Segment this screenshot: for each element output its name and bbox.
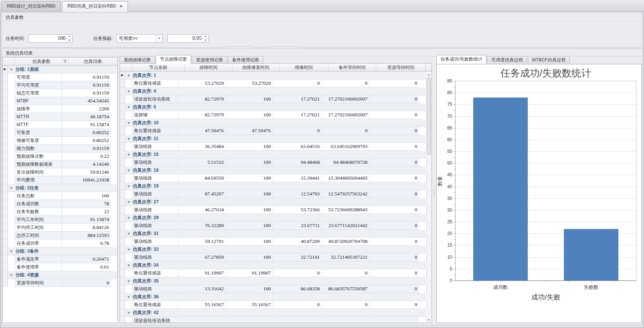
table-row[interactable]: 稳态可用度0.91159 (3, 89, 117, 97)
column-header[interactable]: 仿真参数 (15, 58, 68, 66)
table-row[interactable]: 驱动线路59.1279110040.8720940.87209207047080 (120, 238, 427, 246)
task-metric-dropdown[interactable]: 可用度>= ▼ (117, 34, 163, 43)
column-header[interactable]: 故障时间 (185, 64, 232, 72)
table-row[interactable]: 驱动线路46.2763410053.7236653.72366002889430 (120, 206, 427, 214)
group-row[interactable]: ▶▾仿真次序: 1 (120, 72, 427, 79)
table-row[interactable]: 角位置传感器55.1656755.16567000 (120, 301, 427, 309)
table-row[interactable]: 驱动线路67.2785910032.7214132.7214053072210 (120, 253, 427, 261)
scroll-up-icon[interactable]: ▲ (427, 72, 431, 77)
scroll-down-icon[interactable]: ▼ (427, 317, 431, 322)
table-row[interactable]: 平均停工时间8.84126 (3, 224, 117, 232)
filter-icon[interactable] (63, 59, 67, 63)
group-row[interactable]: ▾仿真次序: 42 (120, 309, 427, 317)
collapse-icon[interactable]: ▾ (125, 87, 132, 95)
column-header[interactable]: 维修时间 (279, 64, 328, 72)
spin-up-icon[interactable]: ▲ (67, 35, 72, 38)
column-header[interactable]: 资源等待时间 (376, 64, 426, 72)
table-row[interactable]: 可用度0.91159 (3, 73, 117, 81)
column-header[interactable]: 故障修复时间 (232, 64, 279, 72)
vertical-scrollbar[interactable]: ▲ ▼ (426, 72, 431, 322)
collapse-icon[interactable]: ▾ (8, 184, 15, 192)
task-time-spinner[interactable]: ▲▼ (28, 34, 73, 43)
panel-splitter[interactable] (433, 56, 436, 323)
table-row[interactable]: MTTR40.18754 (3, 113, 117, 121)
table-row[interactable]: 任务失败数22 (3, 208, 117, 216)
table-row[interactable]: 驱动线路5.5153210094.4846894.484680707280 (120, 159, 427, 166)
chevron-down-icon[interactable]: ▼ (156, 35, 162, 42)
table-row[interactable]: 平均可用度0.91159 (3, 81, 117, 89)
chart-tab[interactable]: 任务成功/失败数统计 (436, 55, 486, 64)
group-row[interactable]: ▾仿真次序: 10 (120, 119, 427, 127)
group-row[interactable]: ▾仿真次序: 35 (120, 277, 427, 285)
collapse-icon[interactable]: ▾ (125, 246, 132, 253)
table-row[interactable]: 预期故障次数0.22 (3, 153, 117, 160)
column-header[interactable]: 备件等待时间 (328, 64, 376, 72)
collapse-icon[interactable]: ▾ (125, 72, 132, 79)
collapse-icon[interactable]: ▾ (8, 247, 15, 255)
collapse-icon[interactable]: ▾ (125, 135, 132, 143)
metric-threshold-spinner[interactable]: ▲▼ (167, 34, 209, 43)
spin-up-icon[interactable]: ▲ (203, 35, 208, 38)
record-tab[interactable]: 资源使用记录 (192, 56, 227, 64)
table-row[interactable]: 任务总数100 (3, 192, 117, 200)
group-row[interactable]: ▾仿真次序: 11 (120, 135, 427, 143)
scrollbar-thumb[interactable] (427, 77, 431, 155)
table-row[interactable]: 首次故障时间59.81246 (3, 168, 117, 176)
collapse-icon[interactable]: ▾ (125, 151, 132, 159)
table-row[interactable]: 备件满足率0.26471 (3, 255, 117, 263)
close-tab-icon[interactable]: ✕ (120, 4, 123, 8)
group-row[interactable]: ▾仿真次序: 36 (120, 293, 427, 301)
task-time-input[interactable] (29, 35, 67, 42)
group-row[interactable]: ▾仿真次序: 19 (120, 182, 427, 190)
collapse-icon[interactable]: ▾ (125, 166, 132, 174)
group-row[interactable]: ▾仿真次序: 27 (120, 198, 427, 206)
group-row[interactable]: ▾仿真次序: 34 (120, 261, 427, 269)
spin-down-icon[interactable]: ▼ (67, 38, 72, 43)
table-row[interactable]: 驱动线路87.4520710012.5479312.54792575632420 (120, 190, 427, 198)
collapse-icon[interactable]: ▾ (8, 66, 15, 73)
record-tab[interactable]: 备件使用记录 (228, 56, 263, 64)
table-row[interactable]: 谐波齿轮传动系统 (120, 317, 427, 323)
table-row[interactable]: 可靠度0.80252 (3, 129, 117, 137)
collapse-icon[interactable]: ▾ (125, 119, 132, 127)
chart-tab[interactable]: 可用度仿真过程 (487, 56, 527, 64)
table-row[interactable]: 角位置传感器53.2702953.27029000 (120, 79, 427, 87)
group-row[interactable]: ▾仿真次序: 16 (120, 166, 427, 174)
column-header[interactable]: 仿真结果 (68, 58, 117, 66)
group-row[interactable]: ▾仿真次序: 33 (120, 246, 427, 253)
collapse-icon[interactable]: ▾ (125, 309, 132, 317)
group-row[interactable]: ▾仿真次序: 5 (120, 103, 427, 111)
table-row[interactable]: 能力指数0.91159 (3, 145, 117, 153)
record-tab[interactable]: 系统故障记录 (120, 56, 155, 64)
table-row[interactable]: 资源等待时间0 (3, 279, 117, 287)
table-row[interactable]: 驱动线路76.3228910023.6771123.67711420214420 (120, 222, 427, 230)
collapse-icon[interactable]: ▾ (125, 261, 132, 269)
group-row[interactable]: ▾仿真次序: 4 (120, 87, 427, 95)
group-row[interactable]: ▾分组: 4资源 (3, 271, 117, 279)
group-row[interactable]: ▶▾分组: 1系统 (3, 66, 117, 73)
chart-tab[interactable]: MTBCF仿真过程 (528, 56, 570, 64)
group-row[interactable]: ▾分组: 3备件 (3, 247, 117, 255)
table-row[interactable]: 驱动线路36.3548410063.6451663.6451629697930 (120, 143, 427, 151)
collapse-icon[interactable]: ▾ (125, 293, 132, 301)
document-tab[interactable]: RBD设计_对日定向RBD (2, 1, 61, 11)
table-row[interactable]: 维修可靠度0.80252 (3, 137, 117, 145)
collapse-icon[interactable]: ▾ (8, 271, 15, 279)
table-row[interactable]: 故障率2200 (3, 105, 117, 113)
collapse-icon[interactable]: ▾ (125, 198, 132, 206)
collapse-icon[interactable]: ▾ (125, 277, 132, 285)
collapse-icon[interactable]: ▾ (125, 230, 132, 238)
table-row[interactable]: 平均工作时间91.15874 (3, 216, 117, 224)
table-row[interactable]: MTBF454.54545 (3, 97, 117, 105)
metric-threshold-input[interactable] (168, 35, 203, 42)
table-row[interactable]: 连接键82.7297910017.2702117.27021060920070 (120, 111, 427, 119)
table-row[interactable]: 预期故障数标准差4.14246 (3, 160, 117, 168)
table-row[interactable]: 驱动线路13.3164210086.6835886.68357675505870 (120, 285, 427, 293)
table-row[interactable]: MTTF91.15874 (3, 121, 117, 129)
table-row[interactable]: 备件使用率0.01 (3, 263, 117, 271)
collapse-icon[interactable]: ▾ (125, 182, 132, 190)
document-tab[interactable]: RBD仿真_对日定向RBD✕ (62, 1, 128, 12)
table-row[interactable]: 任务成功率0.78 (3, 240, 117, 247)
collapse-icon[interactable]: ▾ (125, 214, 132, 222)
table-row[interactable]: 总停工时间884.12593 (3, 232, 117, 240)
